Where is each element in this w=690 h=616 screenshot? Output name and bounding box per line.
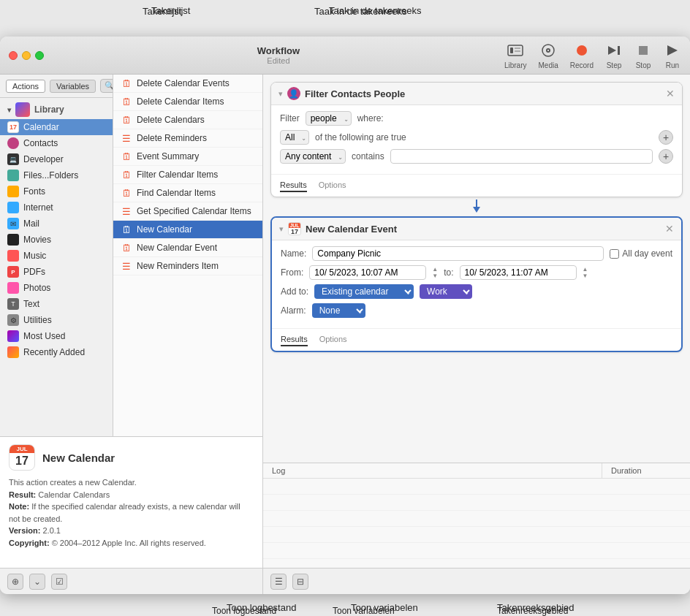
list-item-delete-events[interactable]: 🗓 Delete Calendar Events [113,75,262,93]
app-subtitle: Edited [53,56,504,65]
chevron-down-button[interactable]: ⌄ [29,574,45,590]
to-input[interactable] [460,265,577,280]
desc-header: JUL 17 New Calendar [9,444,254,471]
media-icon [539,42,557,59]
sidebar-item-internet[interactable]: Internet [0,199,113,216]
list-item-delete-items[interactable]: 🗓 Delete Calendar Items [113,93,262,111]
sidebar-item-movies[interactable]: Movies [0,232,113,248]
sidebar-item-pdfs[interactable]: P PDFs [0,264,113,280]
svg-marker-7 [608,46,616,55]
all-select[interactable]: All [280,130,309,145]
list-item-delete-reminders[interactable]: ☰ Delete Reminders [113,129,262,148]
list-item-new-calendar[interactable]: 🗓 New Calendar [113,221,262,239]
people-select[interactable]: people [306,111,352,126]
name-label: Name: [281,248,306,259]
sidebar-group-library[interactable]: Library [0,101,113,119]
to-label: to: [444,267,453,278]
minimize-button[interactable] [22,51,31,60]
list-item-new-reminders[interactable]: ☰ New Reminders Item [113,257,262,275]
event-name-input[interactable] [312,246,604,261]
add-contains-button[interactable]: + [659,149,673,164]
alarm-select[interactable]: None [312,303,365,318]
search-icon: 🔍 [105,81,113,91]
version-value: 2.0.1 [42,526,60,535]
log-row [263,527,690,543]
media-button[interactable]: Media [539,42,558,69]
step-button[interactable]: Step [605,42,623,69]
annotation-toon-variabelen: Toon variabelen [333,606,395,616]
variables-tab[interactable]: Variables [50,80,96,93]
collapse-icon: ▾ [278,89,283,99]
new-cal-options-tab[interactable]: Options [319,333,347,346]
sidebar-item-fonts[interactable]: Fonts [0,183,113,199]
sidebar-item-recently-added[interactable]: Recently Added [0,344,113,360]
log-header: Log Duration [263,463,690,479]
content-select[interactable]: Any content [280,149,346,164]
filter-contacts-footer: Results Options [271,174,682,197]
from-stepper[interactable]: ▲▼ [432,267,438,279]
sidebar-item-photos[interactable]: Photos [0,280,113,296]
sidebar-item-mail[interactable]: ✉ Mail [0,216,113,232]
main-window: Workflow Edited Library [0,37,690,594]
show-log-button[interactable]: ☰ [270,574,287,590]
duration-cell [602,479,690,494]
left-bottom-toolbar: ⊕ ⌄ ☑ [0,568,262,594]
list-item-new-event[interactable]: 🗓 New Calendar Event [113,239,262,257]
new-cal-event-header[interactable]: ▾ JUL 17 New Calendar Event ✕ [272,218,681,240]
list-item-icon: ☰ [121,205,132,217]
list-item-icon: ☰ [121,132,132,144]
record-button[interactable]: Record [570,42,594,69]
sidebar-item-calendar[interactable]: 17 Calendar [0,119,113,135]
sidebar-item-developer[interactable]: 💻 Developer [0,151,113,167]
sidebar-item-most-used[interactable]: Most Used [0,328,113,344]
desc-cal-day: 17 [15,453,29,469]
checkbox-button[interactable]: ☑ [51,574,67,590]
list-item-label: Delete Calendars [137,115,205,125]
list-item-delete-cals[interactable]: 🗓 Delete Calendars [113,111,262,129]
sidebar-fonts-label: Fonts [23,186,45,197]
sidebar-text-label: Text [23,299,39,309]
new-cal-event-close[interactable]: ✕ [665,223,674,235]
music-icon [7,250,19,262]
to-stepper[interactable]: ▲▼ [583,267,588,279]
list-item-icon: 🗓 [121,187,132,199]
sidebar-item-utilities[interactable]: ⚙ Utilities [0,312,113,328]
sidebar-item-text[interactable]: T Text [0,296,113,312]
library-button[interactable]: Library [504,42,527,69]
sidebar-item-contacts[interactable]: Contacts [0,135,113,151]
all-day-checkbox[interactable] [610,249,619,259]
run-icon [664,42,681,59]
content-select-wrapper: Any content [280,149,346,164]
filter-contacts-header[interactable]: ▾ 👤 Filter Contacts People ✕ [271,83,682,105]
filter-contacts-close[interactable]: ✕ [666,88,675,99]
add-condition-button[interactable]: + [659,130,673,145]
filter-results-tab[interactable]: Results [280,179,307,192]
new-cal-results-tab[interactable]: Results [281,333,308,346]
stop-button[interactable]: Stop [634,42,652,69]
fullscreen-button[interactable] [35,51,44,60]
list-item-get-specified[interactable]: ☰ Get Specified Calendar Items [113,202,262,221]
close-button[interactable] [9,51,18,60]
list-item-label: Filter Calendar Items [137,170,218,180]
run-button[interactable]: Run [664,42,681,69]
work-calendar-select[interactable]: Work [420,284,472,299]
sidebar-toolbar: Actions Variables 🔍 [0,75,113,98]
filter-options-tab[interactable]: Options [319,179,346,192]
list-item-label: Get Specified Calendar Items [137,206,251,216]
log-rows [263,479,690,568]
list-item-event-summary[interactable]: 🗓 Event Summary [113,148,262,166]
existing-calendar-select[interactable]: Existing calendar [314,284,414,299]
sidebar-item-files[interactable]: Files...Folders [0,167,113,183]
list-item-find-items[interactable]: 🗓 Find Calendar Items [113,184,262,202]
show-variables-button[interactable]: ⊟ [292,574,308,590]
list-item-icon: 🗓 [121,151,132,162]
list-item-filter-items[interactable]: 🗓 Filter Calendar Items [113,166,262,184]
contains-input[interactable] [390,149,653,164]
annotation-taak-in-reeks: Taak in de takenreeks [329,5,421,16]
sidebar-item-music[interactable]: Music [0,248,113,264]
actions-tab[interactable]: Actions [6,80,45,93]
from-input[interactable] [309,265,426,280]
library-icon [507,42,524,59]
contains-label: contains [352,151,384,161]
add-button[interactable]: ⊕ [7,574,23,590]
